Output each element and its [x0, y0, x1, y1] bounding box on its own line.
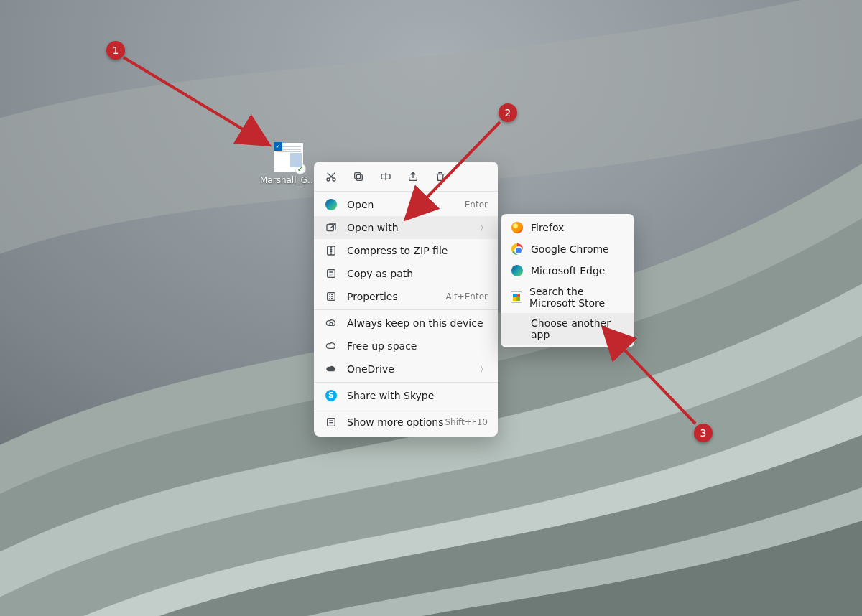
selection-check-icon: ✓: [274, 142, 282, 151]
open-icon: [324, 197, 338, 212]
svg-point-2: [333, 178, 335, 181]
menu-onedrive[interactable]: OneDrive 〉: [314, 358, 498, 381]
more-options-icon: [324, 415, 338, 429]
zip-icon: [324, 243, 338, 258]
svg-rect-4: [355, 173, 361, 179]
open-with-icon: [324, 220, 338, 235]
submenu-choose-another[interactable]: Choose another app: [501, 313, 634, 345]
menu-properties-label: Properties: [347, 291, 445, 302]
context-menu-toolbar: [314, 162, 498, 190]
submenu-chrome[interactable]: Google Chrome: [501, 238, 634, 260]
menu-separator: [314, 409, 498, 409]
annotation-badge-1: 1: [106, 41, 125, 60]
menu-more-options-accel: Shift+F10: [445, 417, 488, 427]
menu-share-skype[interactable]: S Share with Skype: [314, 384, 498, 407]
menu-separator: [314, 382, 498, 383]
rename-icon[interactable]: [379, 169, 393, 184]
menu-properties[interactable]: Properties Alt+Enter: [314, 285, 498, 308]
submenu-firefox-label: Firefox: [531, 222, 564, 233]
ms-store-icon: [511, 291, 522, 304]
menu-always-keep-label: Always keep on this device: [347, 317, 488, 329]
submenu-firefox[interactable]: Firefox: [501, 217, 634, 238]
submenu-choose-another-label: Choose another app: [531, 317, 624, 340]
menu-onedrive-label: OneDrive: [347, 363, 474, 375]
menu-compress[interactable]: Compress to ZIP file: [314, 239, 498, 262]
menu-share-skype-label: Share with Skype: [347, 390, 488, 401]
menu-free-up[interactable]: Free up space: [314, 335, 498, 358]
copy-icon[interactable]: [351, 169, 366, 184]
menu-open-label: Open: [347, 199, 465, 210]
menu-copy-path-label: Copy as path: [347, 268, 488, 279]
svg-point-10: [330, 322, 333, 325]
svg-rect-6: [327, 224, 333, 230]
menu-free-up-label: Free up space: [347, 340, 488, 352]
annotation-badge-2: 2: [499, 103, 517, 122]
menu-compress-label: Compress to ZIP file: [347, 245, 488, 256]
submenu-store-label: Search the Microsoft Store: [529, 286, 624, 309]
context-menu: Open Enter Open with 〉 Compress to ZIP f…: [314, 162, 498, 437]
file-thumbnail: ✓ ✓: [274, 142, 304, 172]
always-keep-icon: [324, 316, 338, 330]
delete-icon[interactable]: [433, 169, 448, 184]
annotation-badge-3: 3: [694, 424, 713, 442]
chrome-icon: [511, 243, 524, 256]
menu-open-with-label: Open with: [347, 222, 474, 233]
svg-point-1: [327, 178, 330, 181]
skype-icon: S: [324, 388, 338, 403]
menu-more-options[interactable]: Show more options Shift+F10: [314, 411, 498, 434]
firefox-icon: [511, 221, 524, 234]
share-icon[interactable]: [406, 169, 420, 184]
free-up-icon: [324, 339, 338, 353]
menu-open-accel: Enter: [465, 200, 488, 210]
submenu-edge[interactable]: Microsoft Edge: [501, 260, 634, 281]
svg-rect-3: [356, 174, 362, 180]
menu-separator: [314, 309, 498, 310]
menu-open-with[interactable]: Open with 〉: [314, 216, 498, 239]
properties-icon: [324, 289, 338, 304]
submenu-store[interactable]: Search the Microsoft Store: [501, 281, 634, 313]
chevron-right-icon: 〉: [480, 223, 488, 233]
chevron-right-icon: 〉: [480, 364, 488, 375]
menu-separator: [314, 191, 498, 192]
submenu-edge-label: Microsoft Edge: [531, 265, 605, 276]
menu-always-keep[interactable]: Always keep on this device: [314, 312, 498, 335]
onedrive-sync-icon: ✓: [295, 163, 306, 174]
menu-copy-path[interactable]: Copy as path: [314, 262, 498, 285]
onedrive-icon: [324, 362, 338, 376]
open-with-submenu: Firefox Google Chrome Microsoft Edge Sea…: [501, 214, 634, 347]
file-label: Marshall_Gunne…: [260, 175, 318, 185]
copy-path-icon: [324, 266, 338, 281]
edge-icon: [511, 264, 524, 277]
cut-icon[interactable]: [324, 169, 338, 184]
submenu-chrome-label: Google Chrome: [531, 243, 609, 255]
menu-more-options-label: Show more options: [347, 416, 445, 428]
menu-open[interactable]: Open Enter: [314, 193, 498, 216]
desktop-file[interactable]: ✓ ✓ Marshall_Gunne…: [260, 142, 318, 185]
menu-properties-accel: Alt+Enter: [445, 291, 488, 302]
